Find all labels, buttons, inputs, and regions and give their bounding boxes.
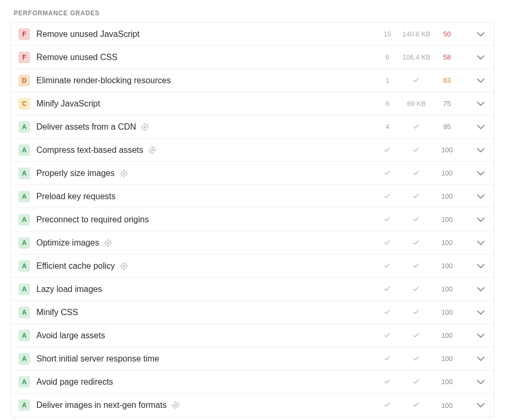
metric-size [398,401,435,409]
expand-toggle[interactable] [465,399,487,411]
grade-row[interactable]: A Preconnect to required origins 100 [11,208,494,231]
metric-score: 100 [435,308,459,316]
chevron-down-icon [475,376,487,388]
grade-badge: A [18,191,30,202]
expand-toggle[interactable] [465,121,487,133]
grade-row[interactable]: A Optimize images 100 [11,231,494,255]
grade-row[interactable]: A Preload key requests 100 [11,185,494,208]
grade-title: Avoid page redirects [36,377,371,387]
expand-toggle[interactable] [465,260,487,272]
chevron-down-icon [475,191,487,202]
grade-metrics: 1 63 [377,76,459,85]
grade-row[interactable]: A Short initial server response time 100 [11,347,494,370]
grade-row[interactable]: A Deliver images in next-gen formats 100 [11,394,494,417]
expand-toggle[interactable] [465,191,487,202]
metric-size: 140.6 KB [398,30,435,38]
expand-toggle[interactable] [465,28,487,40]
grade-badge: A [18,330,30,341]
grade-metrics: 4 95 [377,123,459,131]
expand-toggle[interactable] [465,307,487,318]
expand-toggle[interactable] [465,168,487,179]
grade-badge: F [18,52,30,63]
chevron-down-icon [475,260,487,272]
chevron-down-icon [475,237,487,249]
check-icon [412,76,421,85]
grade-title-text: Minify JavaScript [36,99,100,109]
target-icon [119,169,129,178]
grade-row[interactable]: A Minify CSS 100 [11,301,494,324]
metric-count [377,378,398,386]
grade-title-text: Efficient cache policy [36,261,115,271]
grade-badge: F [18,28,30,40]
expand-toggle[interactable] [465,214,487,226]
metric-size [398,239,435,247]
expand-toggle[interactable] [465,353,487,365]
grade-row[interactable]: A Properly size images 100 [11,162,494,185]
grade-badge: C [18,98,30,110]
grade-title: Minify JavaScript [36,99,371,109]
metric-score: 50 [435,30,459,38]
grade-row[interactable]: A Compress text-based assets 100 [11,139,494,162]
chevron-down-icon [475,399,487,411]
check-icon [412,262,421,270]
metric-size [398,308,435,317]
check-icon [412,331,421,340]
grade-row[interactable]: A Avoid large assets 100 [11,324,494,347]
target-icon [119,261,129,271]
expand-toggle[interactable] [465,75,487,86]
grade-title-text: Preload key requests [36,192,115,201]
expand-toggle[interactable] [465,284,487,295]
metric-count [377,192,398,201]
grade-title-text: Optimize images [36,238,99,248]
grade-row[interactable]: F Remove unused JavaScript 15 140.6 KB 5… [11,23,494,46]
grade-metrics: 100 [377,262,459,270]
grade-title-text: Avoid page redirects [36,377,113,387]
grade-metrics: 15 140.6 KB 50 [377,30,459,38]
metric-count [377,355,398,363]
grade-title-text: Preconnect to required origins [36,215,149,224]
check-icon [412,146,421,154]
chevron-down-icon [475,307,487,318]
expand-toggle[interactable] [465,376,487,388]
grade-row[interactable]: A Avoid page redirects 100 [11,370,494,394]
metric-count [377,146,398,154]
expand-toggle[interactable] [465,98,487,110]
grade-badge: A [18,284,30,295]
expand-toggle[interactable] [465,144,487,156]
grade-title: Preconnect to required origins [36,215,371,224]
grade-metrics: 100 [377,169,459,178]
expand-toggle[interactable] [465,237,487,249]
check-icon [412,378,421,386]
grade-metrics: 6 69 KB 75 [377,100,459,108]
grade-row[interactable]: A Lazy load images 100 [11,278,494,301]
expand-toggle[interactable] [465,330,487,341]
metric-score: 100 [435,192,459,200]
metric-score: 100 [435,169,459,177]
metric-score: 100 [435,331,459,339]
grade-row[interactable]: C Minify JavaScript 6 69 KB 75 [11,92,494,115]
grade-row[interactable]: D Eliminate render-blocking resources 1 … [11,69,494,92]
grade-title: Properly size images [36,169,371,178]
grade-title: Compress text-based assets [36,145,371,155]
metric-size [398,216,435,224]
metric-count [377,262,398,270]
grade-title: Lazy load images [36,285,371,294]
grade-badge: A [18,237,30,249]
check-icon [383,216,392,224]
grade-row[interactable]: F Remove unused CSS 6 106.4 KB 58 [11,46,494,69]
grade-metrics: 100 [377,355,459,363]
check-icon [383,355,392,363]
metric-score: 100 [435,378,459,386]
grade-row[interactable]: A Efficient cache policy 100 [11,255,494,278]
grade-title-text: Deliver assets from a CDN [36,122,136,132]
grade-metrics: 100 [377,331,459,340]
grade-metrics: 100 [377,192,459,201]
chevron-down-icon [475,121,487,133]
grade-title: Minify CSS [36,308,371,317]
grade-row[interactable]: A Deliver assets from a CDN 4 95 [11,115,494,139]
metric-score: 75 [435,100,459,108]
expand-toggle[interactable] [465,52,487,63]
grade-title-text: Remove unused CSS [36,53,118,62]
performance-grades-list: F Remove unused JavaScript 15 140.6 KB 5… [11,22,494,417]
metric-size [398,146,435,154]
